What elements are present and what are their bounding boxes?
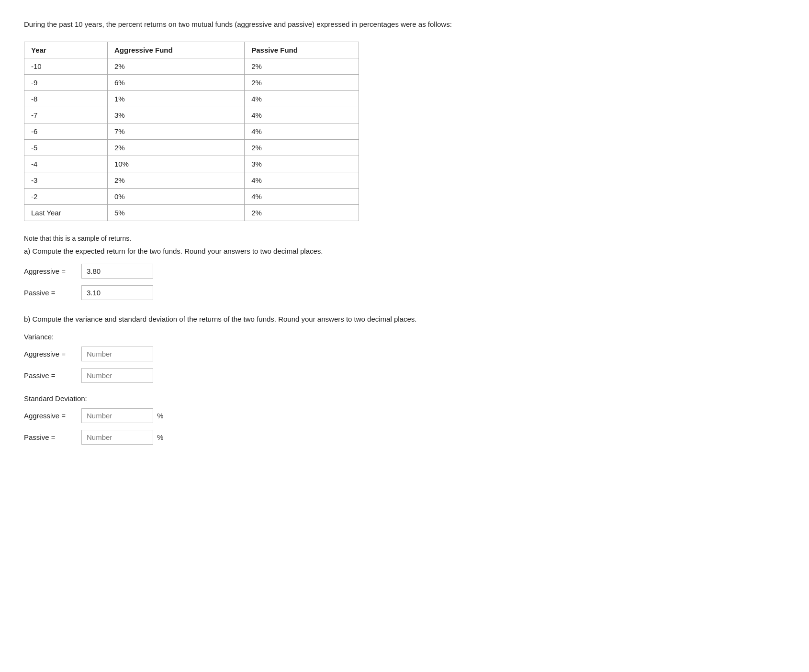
std-dev-section: Standard Deviation: Aggressive = % Passi… xyxy=(24,394,785,445)
table-cell: -10 xyxy=(24,58,108,74)
std-dev-passive-input[interactable] xyxy=(81,430,153,445)
std-dev-aggressive-percent: % xyxy=(157,412,163,420)
table-cell: 3% xyxy=(107,107,244,123)
col-header-year: Year xyxy=(24,42,108,58)
data-table: Year Aggressive Fund Passive Fund -102%2… xyxy=(24,42,359,221)
table-row: -81%4% xyxy=(24,90,359,107)
std-dev-label: Standard Deviation: xyxy=(24,394,785,403)
table-cell: 2% xyxy=(245,58,359,74)
table-cell: Last Year xyxy=(24,204,108,221)
note-text: Note that this is a sample of returns. xyxy=(24,235,785,242)
passive-answer-row: Passive = xyxy=(24,285,785,300)
table-cell: 2% xyxy=(245,74,359,90)
variance-passive-label: Passive = xyxy=(24,371,81,380)
std-dev-passive-label: Passive = xyxy=(24,433,81,441)
aggressive-input[interactable] xyxy=(81,264,153,279)
passive-input[interactable] xyxy=(81,285,153,300)
std-dev-aggressive-label: Aggressive = xyxy=(24,412,81,420)
table-cell: 5% xyxy=(107,204,244,221)
table-cell: 2% xyxy=(245,139,359,156)
intro-text: During the past 10 years, the percent re… xyxy=(24,19,785,30)
variance-aggressive-input[interactable] xyxy=(81,347,153,361)
table-cell: 4% xyxy=(245,172,359,188)
aggressive-answer-row: Aggressive = xyxy=(24,264,785,279)
aggressive-label: Aggressive = xyxy=(24,267,81,275)
table-row: -73%4% xyxy=(24,107,359,123)
table-cell: -3 xyxy=(24,172,108,188)
passive-label: Passive = xyxy=(24,289,81,297)
question-a-text: a) Compute the expected return for the t… xyxy=(24,247,785,255)
table-cell: 4% xyxy=(245,90,359,107)
variance-label: Variance: xyxy=(24,333,785,341)
table-cell: -9 xyxy=(24,74,108,90)
table-cell: 6% xyxy=(107,74,244,90)
table-cell: 1% xyxy=(107,90,244,107)
table-row: -96%2% xyxy=(24,74,359,90)
col-header-aggressive: Aggressive Fund xyxy=(107,42,244,58)
std-dev-passive-row: Passive = % xyxy=(24,430,785,445)
table-cell: -8 xyxy=(24,90,108,107)
table-row: -67%4% xyxy=(24,123,359,139)
table-cell: 2% xyxy=(107,172,244,188)
table-cell: 0% xyxy=(107,188,244,204)
table-row: -52%2% xyxy=(24,139,359,156)
table-cell: -5 xyxy=(24,139,108,156)
question-b-text: b) Compute the variance and standard dev… xyxy=(24,315,785,323)
table-cell: -2 xyxy=(24,188,108,204)
table-cell: -4 xyxy=(24,156,108,172)
table-cell: -6 xyxy=(24,123,108,139)
table-cell: 3% xyxy=(245,156,359,172)
variance-aggressive-row: Aggressive = xyxy=(24,347,785,361)
variance-passive-input[interactable] xyxy=(81,368,153,383)
std-dev-passive-percent: % xyxy=(157,433,163,441)
table-row: -102%2% xyxy=(24,58,359,74)
table-cell: 2% xyxy=(107,58,244,74)
table-row: -410%3% xyxy=(24,156,359,172)
std-dev-aggressive-input[interactable] xyxy=(81,408,153,423)
table-row: Last Year5%2% xyxy=(24,204,359,221)
table-cell: 2% xyxy=(107,139,244,156)
table-row: -20%4% xyxy=(24,188,359,204)
table-cell: 2% xyxy=(245,204,359,221)
variance-aggressive-label: Aggressive = xyxy=(24,350,81,358)
variance-section: Variance: Aggressive = Passive = xyxy=(24,333,785,383)
table-row: -32%4% xyxy=(24,172,359,188)
table-cell: 10% xyxy=(107,156,244,172)
table-cell: 7% xyxy=(107,123,244,139)
std-dev-aggressive-row: Aggressive = % xyxy=(24,408,785,423)
variance-passive-row: Passive = xyxy=(24,368,785,383)
table-cell: 4% xyxy=(245,188,359,204)
table-cell: -7 xyxy=(24,107,108,123)
table-cell: 4% xyxy=(245,107,359,123)
col-header-passive: Passive Fund xyxy=(245,42,359,58)
table-cell: 4% xyxy=(245,123,359,139)
